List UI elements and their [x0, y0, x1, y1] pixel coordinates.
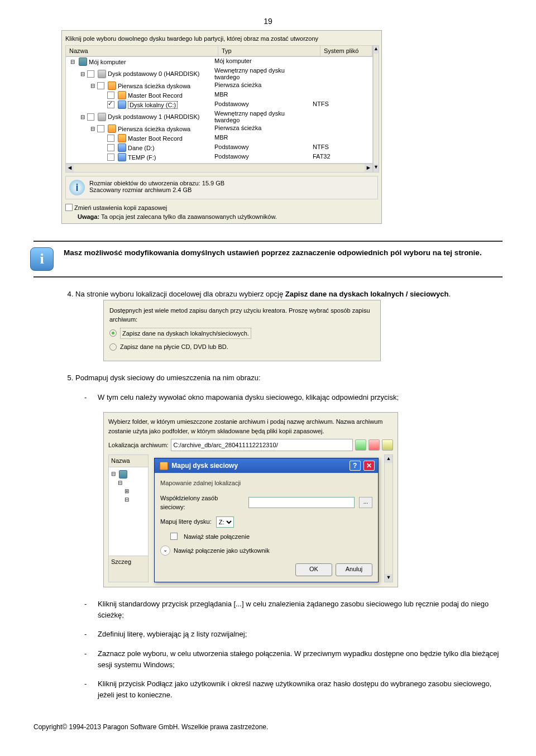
tree-item-filesystem: FAT32: [309, 153, 352, 161]
scroll-right-icon[interactable]: ►: [365, 164, 372, 172]
change-settings-checkbox[interactable]: [65, 204, 73, 211]
connect-as-user-label: Nawiąż połączenie jako użytkownik: [174, 546, 270, 556]
tree-row[interactable]: ⊟Mój komputerMój komputer: [66, 57, 372, 66]
ok-button[interactable]: OK: [295, 563, 332, 576]
permanent-connection-label: Nawiąż stałe połączenie: [184, 532, 250, 542]
dialog-icon: [160, 462, 168, 470]
info-icon: i: [69, 180, 85, 195]
expand-icon[interactable]: ⊟: [90, 83, 97, 89]
tree-row[interactable]: Dane (D:)PodstawowyNTFS: [66, 143, 372, 152]
tree-header: Nazwa Typ System plikó: [65, 45, 373, 56]
tree-item-filesystem: NTFS: [309, 101, 352, 109]
step4-bold: Zapisz dane na dyskach lokalnych / sieci…: [285, 290, 449, 298]
info-block-icon: i: [30, 247, 54, 271]
tree-checkbox[interactable]: [107, 154, 114, 161]
tree-item-filesystem: [309, 134, 352, 142]
col-filesystem[interactable]: System plikó: [320, 46, 372, 56]
scroll-up-icon[interactable]: ▲: [374, 46, 379, 54]
tree-item-name: Pierwsza ścieżka dyskowa: [118, 126, 190, 132]
tree-body[interactable]: ⊟Mój komputerMój komputer⊟Dysk podstawow…: [65, 56, 373, 164]
map-drive-icon[interactable]: [382, 439, 393, 451]
cancel-button[interactable]: Anuluj: [336, 563, 372, 576]
size-info-box: i Rozmiar obiektów do utworzenia obrazu:…: [65, 176, 378, 199]
tree-checkbox[interactable]: [87, 70, 94, 78]
dialog-group-label: Mapowanie zdalnej lokalizacji: [160, 479, 372, 488]
tree-row[interactable]: Master Boot RecordMBR: [66, 90, 372, 100]
tree-checkbox[interactable]: [87, 113, 94, 121]
expand-advanced-icon[interactable]: ⌄: [160, 546, 170, 556]
scroll-down-icon[interactable]: ▼: [374, 164, 379, 172]
part-icon: [108, 82, 116, 90]
vol-icon: [118, 101, 126, 109]
bullet-browse: Kliknij standardowy przycisk przeglądani…: [98, 599, 502, 621]
drive-letter-select[interactable]: Z:: [216, 516, 234, 528]
change-settings-label: Zmień ustawienia kopii zapasowej: [74, 204, 167, 211]
delete-folder-icon[interactable]: [368, 439, 380, 451]
tree-checkbox[interactable]: [107, 144, 114, 151]
add-folder-icon[interactable]: [355, 439, 366, 451]
archive-location-label: Lokalizacja archiwum:: [108, 441, 169, 450]
expand-icon[interactable]: ⊟: [70, 59, 77, 65]
expand-icon[interactable]: ⊟: [90, 126, 97, 132]
dialog-vscroll[interactable]: ▲ ▼: [384, 454, 393, 582]
tree-row[interactable]: TEMP (F:)PodstawowyFAT32: [66, 152, 372, 162]
tree-item-type: Mój komputer: [211, 58, 309, 66]
disk-icon: [98, 113, 106, 121]
archive-size-text: Szacowany rozmiar archiwum 2.4 GB: [89, 186, 224, 193]
tree-checkbox[interactable]: [97, 82, 104, 89]
step5-text: Podmapuj dysk sieciowy do umieszczenia n…: [75, 374, 261, 382]
archive-location-input[interactable]: [171, 439, 353, 451]
screenshot-disk-tree: Kliknij pole wyboru dowolnego dysku twar…: [61, 30, 382, 224]
vertical-scrollbar[interactable]: ▲ ▼: [373, 45, 379, 173]
tree-item-type: Pierwsza ścieżka: [211, 82, 309, 90]
radio-local-network[interactable]: [109, 329, 117, 337]
radio-optical-label: Zapisz dane na płycie CD, DVD lub BD.: [120, 342, 228, 352]
dialog-help-button[interactable]: ?: [350, 461, 361, 471]
drive-letter-label: Mapuj literę dysku:: [160, 517, 212, 527]
tree-row[interactable]: ⊟Dysk podstawowy 0 (HARDDISK)Wewnętrzny …: [66, 66, 372, 81]
col-name[interactable]: Nazwa: [66, 46, 218, 56]
tree-row[interactable]: Dysk lokalny (C:)PodstawowyNTFS: [66, 100, 372, 109]
tree-checkbox[interactable]: [107, 92, 114, 99]
share-input[interactable]: [248, 497, 355, 508]
vol-icon: [118, 143, 126, 152]
tree-checkbox[interactable]: [97, 125, 104, 132]
share-label: Współdzielony zasób sieciowy:: [160, 494, 244, 512]
tree-item-name: TEMP (F:): [128, 154, 156, 161]
tree-item-filesystem: [309, 91, 352, 99]
tree-item-type: Podstawowy: [211, 153, 309, 161]
tree-item-filesystem: [309, 82, 352, 90]
tree-item-name: Master Boot Record: [128, 135, 183, 142]
tree-item-filesystem: [309, 67, 352, 80]
tree-item-filesystem: [309, 58, 352, 66]
tree-item-filesystem: [309, 110, 352, 123]
radio-local-network-label: Zapisz dane na dyskach lokalnych/sieciow…: [120, 328, 251, 339]
part-icon: [108, 125, 116, 133]
bullet-permanent: Zaznacz pole wyboru, w celu utworzenia s…: [98, 648, 502, 671]
permanent-connection-checkbox[interactable]: [170, 533, 178, 540]
tree-checkbox[interactable]: [107, 135, 114, 142]
expand-icon[interactable]: ⊟: [80, 71, 87, 77]
browse-button[interactable]: ...: [359, 497, 372, 508]
step4-text-before: Na stronie wyboru lokalizacji docelowej …: [75, 290, 285, 298]
tree-item-name: Dysk podstawowy 0 (HARDDISK): [108, 70, 199, 77]
tree-row[interactable]: ⊟Pierwsza ścieżka dyskowaPierwsza ścieżk…: [66, 124, 372, 133]
map-drive-dialog: Mapuj dysk sieciowy ? ✕ Mapowanie zdalne…: [154, 458, 379, 582]
warning-label: Uwaga:: [78, 213, 99, 220]
bg-tree-header: Nazwa: [109, 455, 148, 467]
tree-row[interactable]: ⊟Dysk podstawowy 1 (HARDDISK)Wewnętrzny …: [66, 109, 372, 124]
save-method-prompt: Dostępnych jest wiele metod zapisu danyc…: [109, 306, 375, 324]
radio-optical[interactable]: [109, 343, 117, 351]
tree-row[interactable]: Master Boot RecordMBR: [66, 133, 372, 143]
tree-row[interactable]: ⊟Pierwsza ścieżka dyskowaPierwsza ścieżk…: [66, 81, 372, 90]
dialog-close-button[interactable]: ✕: [363, 461, 375, 471]
expand-icon[interactable]: ⊟: [80, 114, 87, 120]
col-type[interactable]: Typ: [218, 46, 320, 56]
horizontal-scrollbar[interactable]: ◄ ►: [65, 164, 373, 173]
tree-item-name: Dysk podstawowy 1 (HARDDISK): [108, 113, 199, 120]
comp-icon: [79, 58, 87, 66]
scroll-left-icon[interactable]: ◄: [66, 164, 74, 172]
bullet-define-letter: Zdefiniuj literę, wybierając ją z listy …: [98, 629, 502, 640]
tree-checkbox[interactable]: [107, 101, 114, 108]
tree-item-name: Pierwsza ścieżka dyskowa: [118, 83, 190, 89]
